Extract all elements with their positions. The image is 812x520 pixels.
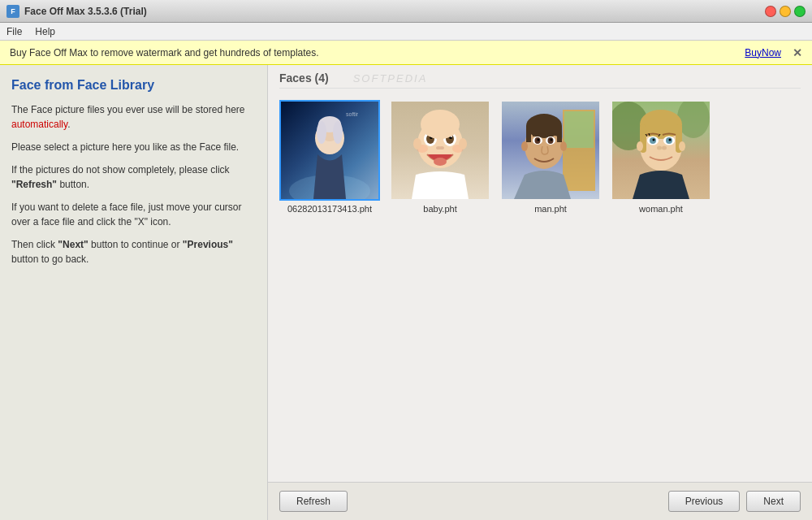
instruction-5: Then click "Next" button to continue or … <box>11 237 256 266</box>
main-content: Face from Face Library The Face picture … <box>0 65 812 520</box>
faces-content: softir 06282013173413.pht <box>268 89 812 482</box>
svg-point-38 <box>551 139 553 141</box>
face-grid: softir 06282013173413.pht <box>279 100 801 214</box>
svg-rect-28 <box>564 111 594 148</box>
face-item-1[interactable]: softir 06282013173413.pht <box>279 100 380 214</box>
app-icon: F <box>6 5 19 18</box>
minimize-button[interactable] <box>780 6 791 17</box>
face-image-4 <box>612 102 710 199</box>
left-panel-heading: Face from Face Library <box>11 78 256 93</box>
instruction-2: Please select a picture here you like as… <box>11 140 256 154</box>
svg-point-24 <box>413 138 421 150</box>
right-panel: Faces (4) SOFTPEDIA <box>268 65 812 520</box>
title-bar: F Face Off Max 3.5.3.6 (Trial) <box>0 0 812 23</box>
face-label-4: woman.pht <box>639 204 683 214</box>
face-label-1: 06282013173413.pht <box>287 204 372 214</box>
face-thumb-wrapper-4[interactable] <box>611 100 711 201</box>
window-title: Face Off Max 3.5.3.6 (Trial) <box>24 6 765 17</box>
svg-point-5 <box>317 121 326 144</box>
previous-button[interactable]: Previous <box>668 491 741 512</box>
instruction-4: If you want to delete a face file, just … <box>11 200 256 229</box>
svg-point-39 <box>521 141 528 151</box>
face-label-3: man.pht <box>534 204 567 214</box>
maximize-button[interactable] <box>794 6 806 17</box>
face-item-2[interactable]: baby.pht <box>390 100 490 214</box>
menu-file[interactable]: File <box>6 26 22 37</box>
face-thumb-wrapper-2[interactable] <box>390 100 490 201</box>
svg-point-20 <box>439 146 444 150</box>
svg-point-40 <box>560 141 567 151</box>
face-item-4[interactable]: woman.pht <box>611 100 711 214</box>
svg-point-54 <box>657 146 662 150</box>
svg-rect-32 <box>557 126 562 142</box>
banner-close-button[interactable]: ✕ <box>793 46 802 59</box>
banner-message: Buy Face Off Max to remove watermark and… <box>10 47 319 58</box>
svg-point-52 <box>653 139 655 141</box>
svg-point-25 <box>459 138 467 150</box>
svg-point-55 <box>662 146 667 150</box>
window-controls[interactable] <box>765 6 806 17</box>
svg-point-23 <box>421 110 460 139</box>
svg-rect-31 <box>526 126 531 142</box>
bottom-bar: Refresh Previous Next <box>268 482 812 520</box>
menu-help[interactable]: Help <box>35 26 55 37</box>
faces-title: Faces (4) <box>279 72 329 84</box>
left-panel: Face from Face Library The Face picture … <box>0 65 268 520</box>
face-image-3 <box>502 102 599 199</box>
next-button[interactable]: Next <box>746 491 801 512</box>
watermark-text: SOFTPEDIA <box>353 72 428 84</box>
faces-header: Faces (4) SOFTPEDIA <box>268 65 812 88</box>
instruction-1: The Face picture files you ever use will… <box>11 102 256 132</box>
face-image-2 <box>391 102 489 199</box>
close-button[interactable] <box>765 6 776 17</box>
face-thumb-wrapper-3[interactable] <box>500 100 601 201</box>
svg-point-56 <box>637 141 643 151</box>
face-label-2: baby.pht <box>423 204 456 214</box>
svg-point-18 <box>434 158 447 166</box>
menu-bar: File Help <box>0 23 812 41</box>
navigation-buttons: Previous Next <box>668 491 801 512</box>
buy-now-link[interactable]: BuyNow <box>745 47 781 58</box>
svg-text:softir: softir <box>346 111 359 117</box>
svg-point-53 <box>669 139 672 141</box>
banner: Buy Face Off Max to remove watermark and… <box>0 41 812 65</box>
face-image-1: softir <box>281 102 378 199</box>
refresh-button[interactable]: Refresh <box>279 491 348 512</box>
instruction-3: If the pictures do not show completely, … <box>11 162 256 192</box>
face-item-3[interactable]: man.pht <box>500 100 601 214</box>
svg-point-37 <box>538 139 540 141</box>
svg-point-57 <box>679 141 685 151</box>
face-thumb-wrapper-1[interactable]: softir <box>279 100 380 201</box>
svg-point-6 <box>333 121 343 144</box>
